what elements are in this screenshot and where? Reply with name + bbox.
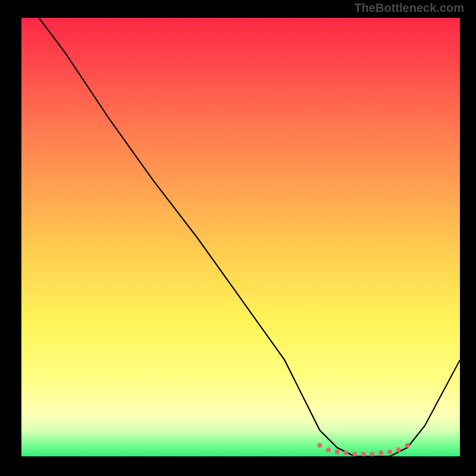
chart-plot-area	[21, 18, 460, 456]
optimal-marker-dot	[370, 452, 375, 456]
chart-svg	[21, 18, 460, 456]
watermark-text: TheBottleneck.com	[355, 1, 464, 15]
optimal-marker-dot	[317, 443, 322, 448]
optimal-marker-dot	[361, 452, 366, 456]
optimal-marker-dot	[405, 443, 410, 448]
optimal-marker-dot	[396, 447, 401, 452]
optimal-marker-dot	[343, 450, 348, 455]
optimal-marker-dot	[378, 450, 383, 455]
optimal-marker-dot	[352, 452, 357, 456]
optimal-marker-dot	[335, 450, 340, 455]
optimal-marker-group	[317, 443, 409, 456]
bottleneck-curve-line	[39, 18, 461, 456]
optimal-marker-dot	[326, 447, 331, 452]
optimal-marker-dot	[387, 450, 392, 455]
